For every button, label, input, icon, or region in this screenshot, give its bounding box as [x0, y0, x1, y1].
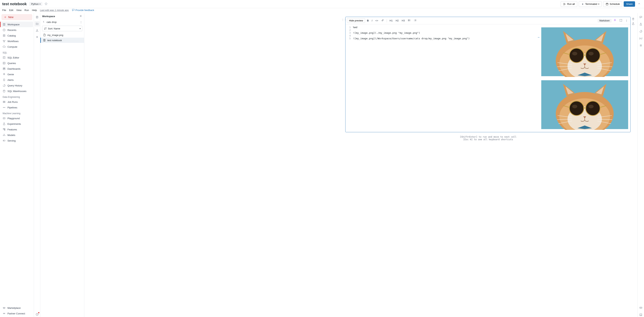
keyboard-icon[interactable] — [638, 306, 643, 310]
sidebar-item-playground[interactable]: Playground — [1, 115, 33, 121]
flask-icon[interactable] — [632, 22, 635, 26]
menu-view[interactable]: View — [16, 9, 22, 11]
h2-button[interactable]: H2 — [394, 18, 400, 23]
svg-rect-11 — [582, 3, 583, 4]
feedback-link[interactable]: Provide feedback — [72, 8, 94, 11]
drag-handle-icon[interactable]: ⋮⋮ — [342, 17, 344, 21]
comment-icon[interactable] — [638, 15, 643, 19]
sidebar-item-alerts[interactable]: Alerts — [1, 77, 33, 83]
chevron-down-icon: ▾ — [40, 3, 40, 5]
sidebar-item-sql-warehouses[interactable]: SQL Warehouses — [1, 88, 33, 94]
sparkle-icon[interactable] — [612, 18, 618, 23]
sidebar-item-models[interactable]: Models — [1, 132, 33, 138]
svg-point-19 — [4, 42, 4, 42]
sidebar-item-experiments[interactable]: Experiments — [1, 121, 33, 127]
schedule-button[interactable]: Schedule — [603, 1, 622, 7]
language-selector[interactable]: Python ▾ — [29, 2, 42, 6]
svg-point-36 — [5, 135, 5, 136]
file-item[interactable]: my_image.png — [40, 32, 84, 38]
sidebar-item-label: Serving — [8, 139, 16, 142]
preview-image — [541, 27, 628, 77]
bold-button[interactable]: B — [366, 18, 370, 23]
sidebar-item-features[interactable]: Features — [1, 127, 33, 132]
file-browser: Workspace cats drop ⋮ Sort: Name ▾ — [40, 13, 84, 317]
sidebar-item-workflows[interactable]: Workflows — [1, 38, 33, 44]
variable-icon[interactable]: {x} — [638, 36, 643, 41]
sidebar-item-catalog[interactable]: Catalog — [1, 33, 33, 38]
file-item-label: test notebook — [47, 39, 62, 42]
run-all-button[interactable]: Run all — [561, 1, 577, 7]
share-button[interactable]: Share — [624, 1, 635, 7]
rail-folder-icon[interactable] — [34, 21, 40, 26]
sidebar-item-queries[interactable]: Queries — [1, 60, 33, 66]
run-all-label: Run all — [567, 2, 575, 5]
cell-type-pill[interactable]: Markdown — [598, 19, 612, 22]
columns-icon[interactable] — [638, 43, 643, 48]
code-editor[interactable]: 1%md 2 3![my_image.png](./my_image.png "… — [346, 24, 538, 132]
sidebar-item-workspace[interactable]: Workspace — [0, 21, 33, 27]
numbered-list-button[interactable]: 123 — [412, 18, 418, 23]
sidebar-item-label: Job Runs — [8, 101, 18, 103]
sidebar-item-query-history[interactable]: Query History — [1, 83, 33, 88]
sort-select[interactable]: Sort: Name ▾ — [42, 26, 82, 31]
rail-sparkle-icon[interactable] — [34, 35, 40, 40]
sidebar-item-marketplace[interactable]: Marketplace — [1, 305, 33, 311]
panel-icon[interactable] — [638, 313, 643, 317]
chevron-down-icon: ▾ — [598, 3, 599, 5]
flask-icon[interactable] — [638, 22, 643, 26]
hide-preview-button[interactable]: Hide preview — [347, 18, 365, 23]
compute-status-button[interactable]: Terminated ▾ — [579, 1, 602, 7]
svg-point-48 — [408, 19, 409, 20]
code-button[interactable]: <> — [374, 18, 379, 23]
sidebar-item-genie[interactable]: Genie — [1, 71, 33, 77]
history-icon[interactable] — [638, 29, 643, 33]
language-label: Python — [31, 2, 38, 5]
sidebar-item-label: Playground — [8, 117, 20, 120]
menu-edit[interactable]: Edit — [9, 9, 13, 11]
back-arrow-icon[interactable] — [42, 20, 45, 24]
sidebar-item-label: Compute — [8, 45, 17, 48]
rail-outline-icon[interactable] — [34, 14, 40, 20]
sidebar-item-label: Alerts — [8, 79, 14, 81]
star-icon[interactable] — [44, 2, 48, 6]
chevron-up-icon[interactable] — [636, 1, 642, 7]
svg-rect-16 — [3, 35, 5, 37]
close-icon[interactable] — [79, 14, 82, 18]
svg-rect-46 — [44, 39, 44, 41]
rail-history-icon[interactable] — [34, 312, 40, 317]
kebab-icon[interactable]: ⋮ — [624, 18, 629, 23]
sidebar-item-dashboards[interactable]: Dashboards — [1, 66, 33, 71]
delete-cell-icon[interactable] — [632, 17, 635, 21]
italic-button[interactable]: I — [371, 18, 374, 23]
h3-button[interactable]: H3 — [401, 18, 406, 23]
sidebar-item-recents[interactable]: Recents — [1, 27, 33, 33]
rail-schema-icon[interactable] — [34, 28, 40, 33]
sidebar-item-pipelines[interactable]: Pipelines — [1, 105, 33, 110]
bullet-list-button[interactable] — [407, 18, 412, 23]
file-icon — [43, 33, 46, 36]
sidebar-item-sql-editor[interactable]: SQL Editor — [1, 55, 33, 60]
markdown-cell[interactable]: Hide preview B I <> H1 H2 H3 123 — [345, 17, 630, 132]
menu-file[interactable]: File — [2, 9, 6, 11]
kebab-icon[interactable]: ⋮ — [80, 21, 82, 23]
menu-run[interactable]: Run — [24, 9, 29, 11]
last-edit-link[interactable]: Last edit was 1 minute ago — [40, 9, 69, 11]
status-label: Terminated — [585, 2, 597, 5]
menu-help[interactable]: Help — [32, 9, 37, 11]
new-button[interactable]: New — [2, 14, 32, 20]
sidebar-item-job-runs[interactable]: Job Runs — [1, 99, 33, 105]
sidebar-item-compute[interactable]: Compute — [1, 44, 33, 49]
svg-rect-20 — [3, 57, 5, 59]
sidebar-item-partner-connect[interactable]: Partner Connect — [1, 311, 33, 316]
folder-name[interactable]: cats drop — [46, 21, 56, 23]
separator — [387, 19, 387, 22]
notebook-title[interactable]: test notebook — [2, 2, 27, 6]
preview-image — [541, 79, 628, 130]
h1-button[interactable]: H1 — [388, 18, 394, 23]
expand-icon[interactable] — [618, 18, 624, 23]
sidebar-item-label: Catalog — [8, 34, 16, 37]
sidebar-item-serving[interactable]: Serving — [1, 138, 33, 143]
svg-text:3: 3 — [414, 20, 415, 21]
link-button[interactable] — [380, 18, 385, 23]
file-item[interactable]: test notebook — [40, 38, 84, 43]
